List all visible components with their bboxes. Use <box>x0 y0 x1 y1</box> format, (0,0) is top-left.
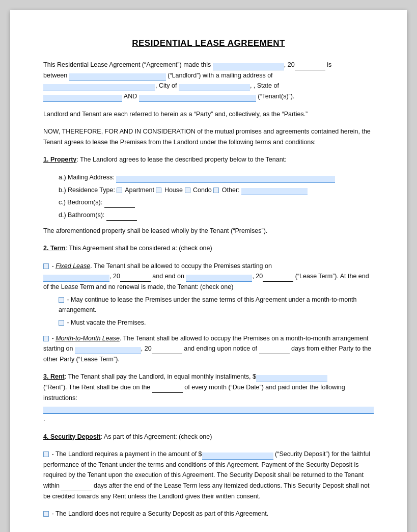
section1-d: d.) Bathroom(s): <box>59 210 374 221</box>
other-label: Other: <box>222 187 240 194</box>
parties-paragraph: Landlord and Tenant are each referred to… <box>43 109 374 120</box>
section1-c-label: c.) Bedroom(s): <box>59 199 102 206</box>
fixed-year1-field[interactable] <box>120 275 151 282</box>
other-field[interactable] <box>241 188 308 195</box>
fixed-year2-pre: 20 <box>256 273 263 280</box>
intro-and: AND <box>124 93 137 100</box>
due-date-field[interactable] <box>152 386 183 393</box>
fixed-year2-field[interactable] <box>263 275 293 282</box>
section3-heading: 3. Rent <box>43 373 65 380</box>
house-checkbox[interactable] <box>156 188 161 193</box>
premises-text: The aforementioned property shall be lea… <box>43 226 374 236</box>
month-end-text: and ending upon notice of <box>184 345 257 352</box>
intro-landlord-field[interactable] <box>69 73 166 81</box>
intro-line2-mid: (“Landlord”) with a mailing address of <box>168 72 272 79</box>
section1-c: c.) Bedroom(s): <box>59 197 374 208</box>
security-days-field[interactable] <box>61 484 92 491</box>
month-year-pre: 20 <box>145 345 152 352</box>
fixed-lease-block: - Fixed Lease. The Tenant shall be allow… <box>43 261 374 328</box>
other-checkbox[interactable] <box>213 188 219 193</box>
fixed-lease-pre: . The Tenant shall be allowed to occupy … <box>90 262 272 270</box>
bedrooms-field[interactable] <box>104 201 135 208</box>
section2-heading-para: 2. Term: This Agreement shall be conside… <box>43 243 374 254</box>
intro-line1-post: is <box>327 61 331 68</box>
fixed-start-field[interactable] <box>43 275 109 282</box>
condo-checkbox[interactable] <box>185 188 190 193</box>
intro-between: between <box>43 72 67 79</box>
section1-b-label: b.) Residence Type: <box>59 187 115 194</box>
intro-line4-post: (“Tenant(s)”). <box>258 93 294 100</box>
month-days-field[interactable] <box>259 347 290 354</box>
option2-text: - Must vacate the Premises. <box>67 319 146 326</box>
section4-option1-pre: - The Landlord requires a payment in the… <box>51 450 202 458</box>
intro-paragraph: This Residential Lease Agreement (“Agree… <box>43 60 374 102</box>
rent-amount-field[interactable] <box>256 375 327 382</box>
section4-option1: - The Landlord requires a payment in the… <box>43 449 374 501</box>
section1-d-label: d.) Bathroom(s): <box>59 211 104 219</box>
payment-instructions-field[interactable] <box>43 407 374 414</box>
security-deposit-checkbox[interactable] <box>43 451 49 457</box>
section3-text: : The Tenant shall pay the Landlord, in … <box>65 373 256 380</box>
may-continue-checkbox[interactable] <box>59 297 64 303</box>
document-page: RESIDENTIAL LEASE AGREEMENT This Residen… <box>10 10 407 532</box>
intro-city-pre: City of <box>159 82 177 89</box>
month-year-field[interactable] <box>152 347 182 354</box>
section3-text2: (“Rent”). The Rent shall be due on the <box>43 384 150 391</box>
month-lease-label: Month-to-Month Lease <box>55 335 120 342</box>
section4-option1-days-after: days after the end of the Lease Term les… <box>43 482 369 500</box>
consideration-text: NOW, THEREFORE, FOR AND IN CONSIDERATION… <box>43 128 371 146</box>
section1-closing: The aforementioned property shall be lea… <box>43 227 267 234</box>
section4-option2-text: - The Landlord does not require a Securi… <box>51 510 268 517</box>
intro-year-pre: 20 <box>288 61 295 68</box>
document-title: RESIDENTIAL LEASE AGREEMENT <box>43 38 374 48</box>
section1-heading: 1. Property <box>43 156 76 163</box>
apartment-label: Apartment <box>125 187 154 194</box>
section1-text: : The Landlord agrees to lease the descr… <box>76 156 286 163</box>
consideration-paragraph: NOW, THEREFORE, FOR AND IN CONSIDERATION… <box>43 126 374 147</box>
house-label: House <box>164 187 183 194</box>
section3-paragraph: 3. Rent: The Tenant shall pay the Landlo… <box>43 371 374 424</box>
section2-text: : This Agreement shall be considered a: … <box>66 245 212 252</box>
fixed-year1-pre: 20 <box>113 273 120 280</box>
section3-text4: . <box>43 415 45 422</box>
intro-line1-pre: This Residential Lease Agreement (“Agree… <box>43 61 211 68</box>
section1-b: b.) Residence Type: Apartment House Cond… <box>59 185 374 196</box>
intro-state-pre: , State of <box>254 82 279 89</box>
security-deposit-field[interactable] <box>202 453 273 460</box>
section1-a: a.) Mailing Address: <box>59 172 374 183</box>
no-security-deposit-checkbox[interactable] <box>43 511 49 517</box>
month-lease-block: - Month-to-Month Lease. The Tenant shall… <box>43 333 374 365</box>
month-lease-checkbox[interactable] <box>43 336 49 341</box>
parties-text: Landlord and Tenant are each referred to… <box>43 111 308 118</box>
intro-address-field[interactable] <box>43 84 155 91</box>
must-vacate-checkbox[interactable] <box>59 320 64 326</box>
fixed-lease-checkbox[interactable] <box>43 263 49 269</box>
section1-a-label: a.) Mailing Address: <box>59 174 115 181</box>
intro-state-field[interactable] <box>43 95 122 102</box>
fixed-suboptions: - May continue to lease the Premises und… <box>59 295 374 328</box>
section4-option2: - The Landlord does not require a Securi… <box>43 509 374 519</box>
fixed-end-field[interactable] <box>186 275 252 282</box>
bathrooms-field[interactable] <box>106 214 137 221</box>
section4-heading-para: 4. Security Deposit: As part of this Agr… <box>43 432 374 442</box>
fixed-option1: - May continue to lease the Premises und… <box>59 295 374 315</box>
section1-paragraph: 1. Property: The Landlord agrees to leas… <box>43 154 374 165</box>
month-start-field[interactable] <box>75 347 141 354</box>
intro-date-field[interactable] <box>213 63 284 70</box>
intro-city-field[interactable] <box>179 84 250 91</box>
fixed-end-pre: and end on <box>152 273 184 280</box>
option1-text: - May continue to lease the Premises und… <box>59 296 357 314</box>
fixed-lease-label: Fixed Lease <box>55 262 90 270</box>
section4-text: : As part of this Agreement: (check one) <box>101 433 212 440</box>
intro-year-field[interactable] <box>295 63 325 70</box>
section1-items: a.) Mailing Address: b.) Residence Type:… <box>59 172 374 221</box>
section2-heading: 2. Term <box>43 245 66 252</box>
month-dash: - <box>51 335 55 342</box>
section4-heading: 4. Security Deposit <box>43 433 101 440</box>
intro-tenant-field[interactable] <box>139 95 256 102</box>
fixed-dash: - <box>51 262 55 270</box>
condo-label: Condo <box>193 187 212 194</box>
fixed-option2: - Must vacate the Premises. <box>59 317 374 328</box>
section1-mailing-field[interactable] <box>116 176 335 183</box>
apartment-checkbox[interactable] <box>117 188 122 193</box>
